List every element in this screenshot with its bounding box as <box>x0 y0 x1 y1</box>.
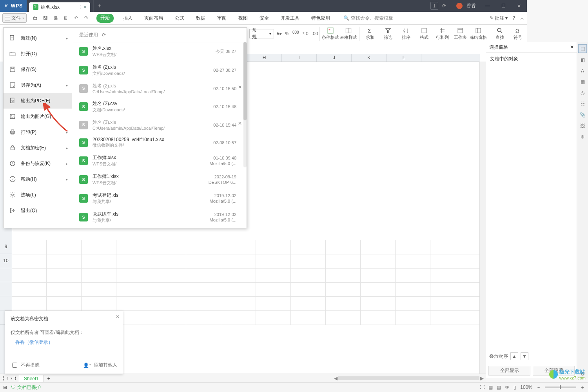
file-menu-saveas[interactable]: 另存为(A)▸ <box>4 77 72 93</box>
popup-close-icon[interactable]: ✕ <box>116 314 120 319</box>
sort-button[interactable]: AZ排序 <box>397 25 415 42</box>
chevron-right-icon: ▸ <box>66 177 68 181</box>
maximize-button[interactable]: ☐ <box>495 0 511 12</box>
avatar-icon[interactable] <box>456 3 463 9</box>
chevron-right-icon: ▸ <box>66 146 68 150</box>
tab-data[interactable]: 数据 <box>194 14 208 23</box>
symbol-button[interactable]: Ω符号 <box>509 25 527 42</box>
user-name[interactable]: 香香 <box>466 3 476 9</box>
recent-file-name: 工作簿.xlsx <box>93 154 192 161</box>
encrypt-icon <box>9 144 16 151</box>
recent-file-row[interactable]: S姓名.xlsxWPS云文档/今天 08:27 <box>72 42 243 61</box>
new-tab-button[interactable]: ＋ <box>93 0 105 12</box>
file-menu-pdf[interactable]: PDF输出为PDF(F) <box>4 93 72 109</box>
svg-point-26 <box>11 115 12 116</box>
dec-inc-icon[interactable]: ⁺.0 <box>302 31 309 36</box>
recent-file-name: 党武练车.xls <box>93 211 192 218</box>
sync-icon[interactable]: ⟳ <box>442 3 446 9</box>
recent-file-row[interactable]: S工作簿1.xlsxWPS云文档/2022-09-19DESKTOP-6... <box>72 170 243 189</box>
recent-file-row[interactable]: S党武练车.xls与我共享/2019-12-02Mozilla/5.0 (... <box>72 208 243 227</box>
table-style-button[interactable]: 表格样式 <box>339 25 358 42</box>
cond-format-button[interactable]: 条件格式 <box>321 25 339 42</box>
file-menu-options[interactable]: 选项(L) <box>4 187 72 203</box>
tab-layout[interactable]: 页面布局 <box>142 14 165 23</box>
find-button[interactable]: 查找 <box>491 25 509 42</box>
tab-features[interactable]: 特色应用 <box>309 14 332 23</box>
recent-file-row[interactable]: S20230208100259_vd4lf10nu1.xlsx微信收到的文件/0… <box>72 134 243 151</box>
collapse-ribbon-icon[interactable]: ︿ <box>520 15 524 22</box>
currency-icon[interactable]: ¥▾ <box>277 31 282 36</box>
tab-review[interactable]: 审阅 <box>215 14 229 23</box>
recent-file-row[interactable]: S姓名 (2).xls文档/Downloads/02-27 08:27 <box>72 61 243 80</box>
sheet-button[interactable]: 工作表 <box>451 25 469 42</box>
recent-file-path: 文档/Downloads/ <box>93 107 192 113</box>
print-icon[interactable]: 🖶 <box>53 15 59 21</box>
freeze-button[interactable]: 冻结窗格 <box>469 25 487 42</box>
options-icon <box>9 191 16 198</box>
file-menu-print[interactable]: 打印(P)▸ <box>4 124 72 140</box>
popup-user-link[interactable]: 香香（微信登录） <box>15 339 117 346</box>
undo-icon[interactable]: ↶ <box>73 15 79 21</box>
file-type-icon: S <box>79 194 88 203</box>
sum-button[interactable]: Σ求和 <box>361 25 379 42</box>
recent-file-meta: 今天 08:27 <box>197 49 236 54</box>
vertical-scrollbar[interactable] <box>479 62 486 351</box>
file-menu-button[interactable]: 文件 ▾ <box>2 13 27 23</box>
preview-icon[interactable]: 🗎 <box>63 15 69 21</box>
recent-file-name: 姓名 (2).xls <box>93 83 192 89</box>
recent-file-path: 文档/Downloads/ <box>93 71 192 76</box>
file-type-icon: S <box>79 138 88 147</box>
redo-icon[interactable]: ↷ <box>83 15 89 21</box>
file-menu-new[interactable]: 新建(N)▸ <box>4 30 72 46</box>
help-icon[interactable]: ? <box>512 15 515 21</box>
tab-view[interactable]: 视图 <box>236 14 250 23</box>
window-mode-icon[interactable]: 1 <box>430 2 438 10</box>
file-menu-exit[interactable]: 退出(Q) <box>4 203 72 218</box>
refresh-icon[interactable]: ⟳ <box>102 32 106 38</box>
file-menu-help[interactable]: ?帮助(H)▸ <box>4 171 72 187</box>
recent-file-row[interactable]: S姓名 (2).csv文档/Downloads/02-10 15:48 <box>72 97 243 116</box>
recent-file-path: 与我共享/ <box>93 218 192 223</box>
tab-start[interactable]: 开始 <box>96 14 114 23</box>
remove-recent-icon[interactable]: ✕ <box>238 121 243 126</box>
remove-recent-icon[interactable]: ✕ <box>238 84 243 90</box>
tab-insert[interactable]: 插入 <box>121 14 135 23</box>
recent-file-row[interactable]: S党武预约练车 xls2010-11-22 <box>72 227 243 228</box>
tab-security[interactable]: 安全 <box>257 14 271 23</box>
file-menu-open[interactable]: 打开(O) <box>4 46 72 62</box>
tab-formula[interactable]: 公式 <box>172 14 187 23</box>
recent-file-path: WPS云文档/ <box>93 180 192 186</box>
file-menu-backup[interactable]: 备份与恢复(K)▸ <box>4 156 72 171</box>
minimize-button[interactable]: ― <box>480 0 495 12</box>
file-menu-label: 打印(P) <box>21 129 36 136</box>
file-menu-encrypt[interactable]: 文档加密(E)▸ <box>4 140 72 156</box>
recent-scrollbar[interactable] <box>243 42 247 167</box>
command-search[interactable]: 🔍 查找命令、搜索模板 <box>343 15 393 22</box>
format-button[interactable]: 格式 <box>415 25 433 42</box>
number-format-combo[interactable]: 常规▾ <box>249 29 274 38</box>
annotate-button[interactable]: ✎ 批注 ▾ <box>490 15 508 22</box>
file-menu-img[interactable]: 输出为图片(G) <box>4 109 72 124</box>
file-menu-label: 退出(Q) <box>21 207 37 214</box>
save-icon[interactable]: 🖫 <box>42 15 49 21</box>
tab-devtools[interactable]: 开发工具 <box>278 14 302 23</box>
recent-file-name: 姓名 (3).xls <box>93 119 192 126</box>
recent-file-row[interactable]: S姓名 (2).xlsC:/Users/admin/AppData/Local/… <box>72 80 243 97</box>
file-menu-save[interactable]: 保存(S) <box>4 62 72 77</box>
column-headers[interactable]: HIJKL <box>247 54 480 62</box>
percent-icon[interactable]: % <box>285 31 289 36</box>
rowcol-button[interactable]: 行和列 <box>433 25 451 42</box>
close-button[interactable]: ✕ <box>511 0 527 12</box>
recent-file-row[interactable]: S姓名 (3).xlsC:/Users/admin/AppData/Local/… <box>72 116 243 134</box>
dec-dec-icon[interactable]: .00 <box>312 31 318 36</box>
filter-button[interactable]: 筛选 <box>379 25 397 42</box>
document-tab[interactable]: 姓名.xlsx ⁝ <box>29 2 90 12</box>
help-icon: ? <box>9 176 16 183</box>
open-icon[interactable]: 🗀 <box>32 15 38 21</box>
recent-file-row[interactable]: S工作簿.xlsxWPS云文档/01-10 09:40Mozilla/5.0 (… <box>72 151 243 170</box>
recent-file-row[interactable]: S考试登记.xls与我共享/2019-12-02Mozilla/5.0 (... <box>72 189 243 208</box>
print-icon <box>9 129 16 136</box>
wps-logo[interactable]: WPS <box>0 0 27 12</box>
thousands-icon[interactable]: 000 <box>292 30 299 37</box>
tab-menu-icon[interactable]: ⁝ <box>80 4 82 10</box>
